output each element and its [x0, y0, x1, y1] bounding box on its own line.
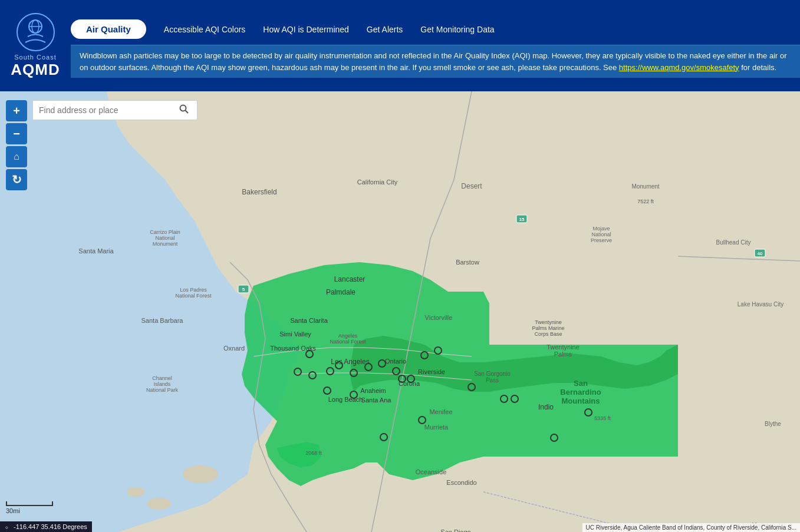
svg-text:Corona: Corona [399, 380, 420, 387]
logo-area: South Coast AQMD [0, 7, 71, 85]
search-input[interactable] [33, 101, 175, 120]
svg-text:40: 40 [758, 251, 763, 256]
svg-text:Monument: Monument [631, 183, 659, 190]
svg-text:Blythe: Blythe [765, 421, 781, 427]
map-container[interactable]: 5 15 40 Bakersfield California City Lanc… [0, 91, 800, 532]
svg-text:Bernardino: Bernardino [560, 388, 601, 396]
svg-text:Mountains: Mountains [562, 396, 600, 405]
coords-text: -116.447 35.416 Degrees [14, 523, 87, 530]
alert-suffix: for details. [739, 63, 777, 72]
header: South Coast AQMD Air Quality Accessible … [0, 0, 800, 91]
map-svg: 5 15 40 Bakersfield California City Lanc… [0, 91, 800, 532]
coords-arrows: ⬦ [5, 523, 9, 530]
svg-text:Channel: Channel [152, 375, 172, 381]
svg-text:Palms: Palms [554, 351, 572, 358]
svg-text:Pass: Pass [486, 377, 499, 384]
how-aqi-link[interactable]: How AQI is Determined [263, 25, 349, 34]
svg-text:5: 5 [242, 287, 245, 292]
search-icon [179, 104, 189, 114]
svg-text:National: National [155, 235, 175, 241]
svg-text:Menifee: Menifee [429, 408, 452, 415]
svg-text:San: San [574, 379, 588, 388]
svg-text:National Forest: National Forest [330, 339, 366, 345]
scale-line [6, 501, 53, 506]
svg-text:San Diego: San Diego [440, 528, 470, 532]
svg-text:National Forest: National Forest [175, 293, 212, 299]
zoom-out-button[interactable]: − [6, 123, 27, 144]
map-controls: + − ⌂ ↻ [6, 100, 27, 190]
search-button[interactable] [175, 101, 193, 120]
logo-icon [17, 13, 55, 51]
alert-link[interactable]: https://www.aqmd.gov/smokesafety [619, 63, 739, 72]
get-alerts-link[interactable]: Get Alerts [367, 25, 403, 34]
scale-bar: 30mi [6, 501, 53, 514]
zoom-in-button[interactable]: + [6, 100, 27, 121]
svg-text:Twentynine: Twentynine [546, 343, 580, 351]
svg-text:Mojave: Mojave [592, 226, 610, 232]
svg-text:2068 ft: 2068 ft [305, 450, 322, 456]
svg-text:Oxnard: Oxnard [223, 345, 245, 352]
svg-text:Islands: Islands [154, 381, 171, 387]
nav-top: Air Quality Accessible AQI Colors How AQ… [71, 19, 800, 45]
svg-text:National Park: National Park [146, 387, 179, 393]
svg-line-99 [186, 111, 189, 114]
svg-point-4 [183, 465, 218, 483]
attribution: UC Riverside, Agua Caliente Band of Indi… [582, 523, 800, 532]
refresh-button[interactable]: ↻ [6, 169, 27, 190]
home-button[interactable]: ⌂ [6, 146, 27, 167]
brand-name: AQMD [11, 61, 60, 79]
org-name: South Coast [14, 54, 57, 61]
svg-text:Escondido: Escondido [446, 479, 476, 486]
svg-text:Lake Havasu City: Lake Havasu City [738, 301, 783, 308]
svg-text:Ontario: Ontario [385, 358, 406, 365]
nav-area: Air Quality Accessible AQI Colors How AQ… [71, 14, 800, 78]
svg-text:California City: California City [357, 179, 398, 186]
monitoring-data-link[interactable]: Get Monitoring Data [420, 25, 494, 34]
svg-point-6 [127, 487, 144, 497]
svg-text:Simi Valley: Simi Valley [279, 331, 311, 338]
scale-label: 30mi [6, 507, 20, 514]
svg-text:Corps Base: Corps Base [534, 331, 562, 337]
accessible-aqi-link[interactable]: Accessible AQI Colors [164, 25, 246, 34]
svg-text:Barstow: Barstow [456, 259, 479, 266]
svg-point-98 [180, 105, 186, 111]
svg-text:Palms Marine: Palms Marine [532, 325, 564, 331]
svg-text:Los Angeles: Los Angeles [331, 358, 369, 366]
svg-text:National: National [591, 232, 611, 237]
svg-text:5335 ft: 5335 ft [594, 415, 611, 421]
svg-text:Palmdale: Palmdale [326, 288, 355, 296]
svg-point-5 [147, 498, 171, 510]
search-area [32, 100, 197, 120]
svg-text:Twentynine: Twentynine [535, 319, 562, 325]
svg-text:Bakersfield: Bakersfield [242, 188, 276, 196]
svg-text:Victorville: Victorville [425, 314, 453, 321]
svg-text:Long Beach: Long Beach [328, 396, 363, 403]
svg-text:Indio: Indio [538, 403, 554, 411]
svg-text:Carrizo Plain: Carrizo Plain [150, 229, 180, 235]
svg-text:Los Padres: Los Padres [180, 287, 207, 293]
svg-text:Oceanside: Oceanside [416, 468, 447, 475]
svg-text:Bullhead City: Bullhead City [716, 239, 751, 246]
air-quality-button[interactable]: Air Quality [71, 19, 146, 39]
alert-banner: Windblown ash particles may be too large… [71, 45, 800, 78]
svg-text:Lancaster: Lancaster [334, 275, 366, 283]
svg-text:Murrieta: Murrieta [424, 424, 449, 431]
svg-text:Desert: Desert [461, 182, 482, 190]
svg-text:Preserve: Preserve [591, 237, 612, 243]
svg-text:Santa Barbara: Santa Barbara [141, 317, 184, 324]
svg-text:15: 15 [519, 217, 525, 222]
svg-text:Anaheim: Anaheim [360, 387, 386, 394]
svg-text:Monument: Monument [153, 241, 178, 247]
svg-text:Riverside: Riverside [418, 368, 445, 375]
svg-text:Angeles: Angeles [338, 333, 358, 339]
svg-text:7522 ft: 7522 ft [637, 199, 654, 204]
svg-text:Santa Ana: Santa Ana [361, 396, 392, 404]
svg-text:Santa Maria: Santa Maria [78, 247, 114, 255]
svg-text:San Gorgonio: San Gorgonio [474, 371, 511, 377]
svg-text:Santa Clarita: Santa Clarita [290, 317, 328, 324]
coords-bar: ⬦ -116.447 35.416 Degrees [0, 521, 92, 532]
